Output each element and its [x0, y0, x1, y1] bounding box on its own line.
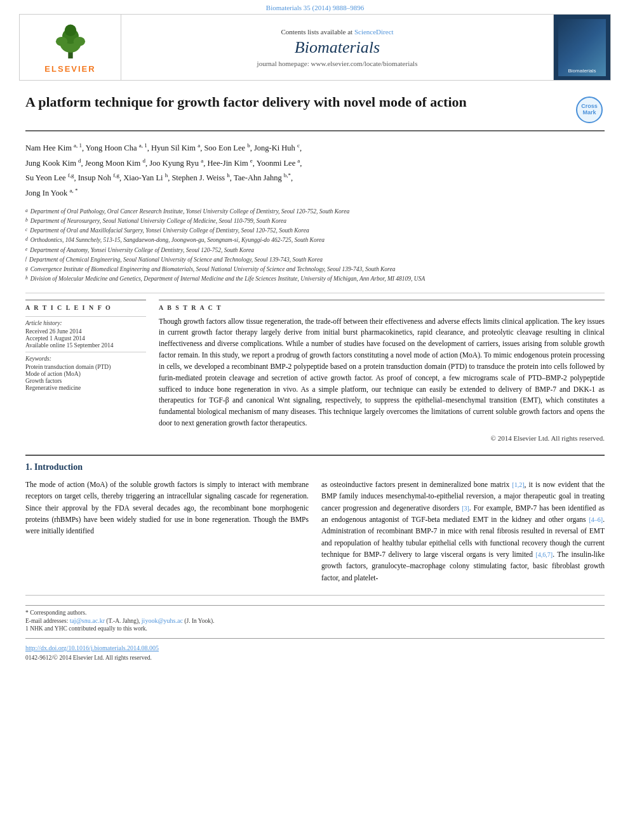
- svg-point-4: [55, 37, 67, 46]
- keyword-3: Growth factors: [25, 378, 146, 384]
- affiliation-b: b Department of Neurosurgery, Seoul Nati…: [25, 217, 605, 225]
- issn-line: 0142-9612/© 2014 Elsevier Ltd. All right…: [25, 655, 605, 661]
- email-link-jahng[interactable]: taj@snu.ac.kr: [70, 617, 105, 624]
- ref-4-6[interactable]: [4–6]: [589, 516, 603, 523]
- keyword-2: Mode of action (MoA): [25, 371, 146, 377]
- doi-line: http://dx.doi.org/10.1016/j.biomaterials…: [25, 643, 605, 653]
- section-number: 1.: [25, 462, 32, 472]
- doi-section: http://dx.doi.org/10.1016/j.biomaterials…: [25, 638, 605, 661]
- email-author-jahng: (T.-A. Jahng),: [106, 618, 142, 624]
- journal-homepage: journal homepage: www.elsevier.com/locat…: [257, 60, 418, 67]
- elsevier-tree-icon: [39, 21, 102, 59]
- footnotes: * Corresponding authors. E-mail addresse…: [25, 605, 605, 632]
- article-info-column: A R T I C L E I N F O Article history: R…: [25, 300, 146, 442]
- affiliation-a: a Department of Oral Pathology, Oral Can…: [25, 207, 605, 216]
- available-date: Available online 15 September 2014: [25, 342, 146, 349]
- journal-cover: Biomaterials: [553, 15, 610, 80]
- introduction-section: 1. Introduction The mode of action (MoA)…: [25, 455, 605, 589]
- intro-section-title: 1. Introduction: [25, 462, 605, 472]
- email-author-yook: (J. In Yook).: [184, 618, 214, 624]
- accepted-date: Accepted 1 August 2014: [25, 335, 146, 342]
- intro-two-col: The mode of action (MoA) of the soluble …: [25, 479, 605, 589]
- received-date: Received 26 June 2014: [25, 328, 146, 335]
- svg-point-5: [73, 37, 84, 46]
- ref-1-2[interactable]: [1,2]: [512, 481, 524, 488]
- crossmark-badge: CrossMark: [576, 97, 605, 125]
- cover-title-text: Biomaterials: [568, 68, 596, 74]
- affiliation-f: f Department of Chemical Engineering, Se…: [25, 255, 605, 264]
- authors-list: Nam Hee Kim a, 1, Yong Hoon Cha a, 1, Hy…: [25, 140, 605, 201]
- sciencedirect-link: Contents lists available at ScienceDirec…: [281, 28, 393, 36]
- intro-left-col: The mode of action (MoA) of the soluble …: [25, 479, 309, 589]
- nhk-note: 1 NHK and YHC contributed equally to thi…: [25, 625, 605, 632]
- journal-reference-bar: Biomaterials 35 (2014) 9888–9896: [0, 0, 630, 14]
- email-label: E-mail addresses:: [25, 618, 68, 624]
- copyright-notice: © 2014 Elsevier Ltd. All rights reserved…: [159, 434, 605, 442]
- journal-title-section: Contents lists available at ScienceDirec…: [121, 15, 553, 80]
- article-title-section: A platform technique for growth factor d…: [25, 93, 605, 131]
- ref-4-6-7[interactable]: [4,6,7]: [535, 551, 553, 558]
- svg-point-3: [64, 25, 76, 36]
- crossmark-icon: CrossMark: [576, 97, 603, 123]
- email-link-yook[interactable]: jiyook@yuhs.ac: [142, 617, 183, 624]
- intro-right-col: as osteoinductive factors present in dem…: [321, 479, 605, 589]
- elsevier-wordmark: ELSEVIER: [39, 64, 102, 74]
- sciencedirect-anchor[interactable]: ScienceDirect: [354, 28, 394, 36]
- cover-image: Biomaterials: [558, 19, 606, 76]
- article-content: A platform technique for growth factor d…: [0, 81, 630, 674]
- intro-paragraph-1: The mode of action (MoA) of the soluble …: [25, 479, 309, 537]
- affiliation-g: g Convergence Institute of Biomedical En…: [25, 265, 605, 274]
- affiliation-c: c Department of Oral and Maxillofacial S…: [25, 226, 605, 235]
- affiliation-d: d Orthodontics, 104 Sunnchely, 513-15, S…: [25, 236, 605, 244]
- corresponding-note: * Corresponding authors.: [25, 610, 605, 616]
- keywords-label: Keywords:: [25, 356, 146, 362]
- abstract-header: A B S T R A C T: [159, 304, 605, 311]
- article-info-abstract-section: A R T I C L E I N F O Article history: R…: [25, 293, 605, 442]
- journal-name: Biomaterials: [295, 38, 380, 57]
- crossmark-label: CrossMark: [581, 103, 598, 116]
- article-history: Article history: Received 26 June 2014 A…: [25, 316, 146, 349]
- history-label: Article history:: [25, 320, 146, 326]
- article-info-box: A R T I C L E I N F O Article history: R…: [25, 300, 146, 391]
- elsevier-logo-section: ELSEVIER: [20, 15, 121, 80]
- journal-reference: Biomaterials 35 (2014) 9888–9896: [266, 4, 364, 11]
- keyword-4: Regenerative medicine: [25, 385, 146, 391]
- journal-header: ELSEVIER Contents lists available at Sci…: [19, 14, 611, 81]
- intro-paragraph-2: as osteoinductive factors present in dem…: [321, 479, 605, 584]
- affiliation-h: h Division of Molecular Medicine and Gen…: [25, 274, 605, 283]
- affiliation-e: e Department of Anatomy, Yonsei Universi…: [25, 246, 605, 255]
- footnote-divider: [25, 595, 605, 596]
- doi-link[interactable]: http://dx.doi.org/10.1016/j.biomaterials…: [25, 644, 159, 651]
- section-title-text: Introduction: [34, 462, 83, 472]
- affiliations-list: a Department of Oral Pathology, Oral Can…: [25, 207, 605, 284]
- email-note: E-mail addresses: taj@snu.ac.kr (T.-A. J…: [25, 617, 605, 624]
- article-info-header: A R T I C L E I N F O: [25, 304, 146, 311]
- ref-3[interactable]: [3]: [462, 505, 469, 512]
- article-title: A platform technique for growth factor d…: [25, 93, 563, 112]
- abstract-column: A B S T R A C T Though growth factors al…: [159, 300, 605, 442]
- elsevier-logo: ELSEVIER: [39, 21, 102, 74]
- keywords-section: Keywords: Protein transduction domain (P…: [25, 352, 146, 391]
- abstract-text: Though growth factors allow tissue regen…: [159, 316, 605, 429]
- keyword-1: Protein transduction domain (PTD): [25, 364, 146, 370]
- abstract-box: A B S T R A C T Though growth factors al…: [159, 300, 605, 442]
